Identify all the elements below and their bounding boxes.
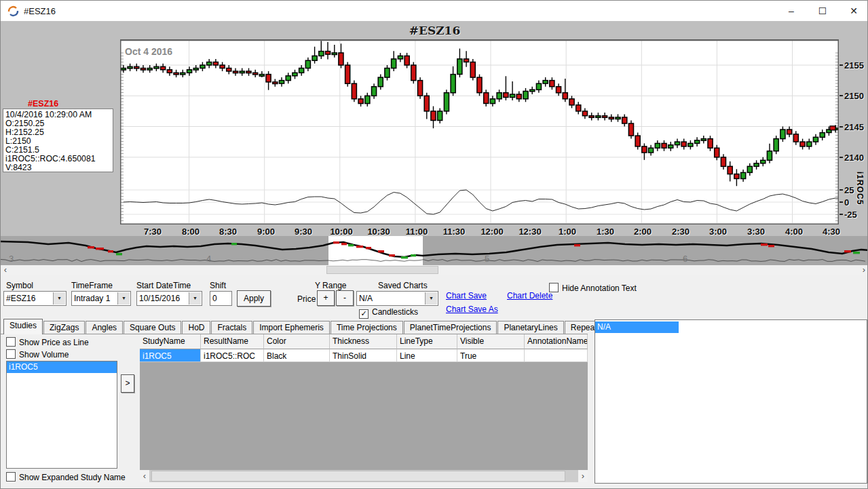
y-axis-tick — [839, 201, 843, 203]
table-horizontal-scrollbar[interactable]: ‹ › — [140, 470, 588, 482]
table-cell[interactable]: ThinSolid — [330, 349, 397, 362]
tab-studies[interactable]: Studies — [3, 319, 43, 334]
column-header-color[interactable]: Color — [264, 334, 330, 349]
symbol-select[interactable]: #ESZ16 ▼ — [3, 291, 67, 306]
title-bar: #ESZ16 – ☐ ✕ — [1, 1, 867, 21]
hide-annotation-checkbox[interactable]: Hide Annotation Text — [549, 283, 637, 293]
maximize-button[interactable]: ☐ — [807, 1, 838, 21]
study-list-item[interactable]: i1ROC5 — [7, 361, 117, 373]
tab-planetarylines[interactable]: PlanetaryLines — [497, 321, 563, 334]
shift-label: Shift — [210, 281, 226, 290]
saved-charts-select[interactable]: N/A ▼ — [356, 291, 438, 306]
study-listbox[interactable]: i1ROC5 — [6, 361, 117, 469]
navigator-day-label: 6 — [683, 254, 687, 264]
chart-save-link[interactable]: Chart Save — [446, 291, 487, 300]
y-axis-tick — [839, 64, 843, 66]
chart-title: #ESZ16 — [1, 24, 868, 37]
annotation-listbox[interactable]: N/A — [595, 319, 867, 484]
app-window: #ESZ16 – ☐ ✕ #ESZ16 Oct 4 2016 #ESZ16 10… — [0, 0, 868, 489]
checkbox-unchecked-icon[interactable] — [6, 349, 16, 359]
scroll-left-icon[interactable]: ‹ — [1, 265, 10, 275]
minimize-button[interactable]: – — [776, 1, 807, 21]
tab-hod[interactable]: HoD — [182, 321, 210, 334]
y-axis-tick — [839, 214, 843, 215]
chevron-down-icon[interactable]: ▼ — [53, 292, 65, 305]
tab-planettimeprojections[interactable]: PlanetTimeProjections — [404, 321, 497, 334]
scroll-right-icon[interactable]: › — [859, 265, 868, 275]
plot-background — [120, 39, 839, 224]
table-cell[interactable] — [525, 349, 588, 362]
timeframe-label: TimeFrame — [71, 281, 113, 290]
chevron-down-icon[interactable]: ▼ — [189, 292, 201, 305]
close-button[interactable]: ✕ — [838, 1, 868, 21]
timeframe-select[interactable]: Intraday 1 ▼ — [71, 291, 131, 306]
show-volume-checkbox[interactable]: Show Volume — [6, 349, 69, 359]
scrollbar-thumb[interactable] — [151, 471, 565, 482]
x-axis-label: 1:30 — [592, 227, 619, 237]
navigator-day-label: 4 — [206, 254, 211, 264]
chart-save-as-link[interactable]: Chart Save As — [446, 305, 498, 314]
candlesticks-checkbox[interactable]: ✓Candlesticks — [359, 307, 418, 319]
yrange-minus-button[interactable]: - — [336, 290, 354, 306]
x-axis-label: 12:00 — [478, 227, 506, 237]
scrollbar-thumb[interactable] — [326, 266, 438, 274]
price-tick-label: 2140 — [844, 153, 864, 163]
add-study-button[interactable]: > — [121, 374, 134, 393]
x-axis-label: 2:30 — [667, 227, 694, 237]
candlestick-plot[interactable] — [120, 39, 839, 224]
x-axis-label: 11:00 — [403, 227, 430, 237]
table-cell[interactable]: i1ROC5 — [140, 349, 201, 362]
show-price-as-line-checkbox[interactable]: Show Price as Line — [6, 337, 89, 347]
column-header-resultname[interactable]: ResultName — [201, 334, 264, 349]
tab-strip: StudiesZigZagsAnglesSquare OutsHoDFracta… — [3, 320, 604, 334]
checkbox-unchecked-icon[interactable] — [6, 472, 16, 482]
show-expanded-study-name-checkbox[interactable]: Show Expanded Study Name — [6, 472, 126, 482]
yrange-plus-button[interactable]: + — [317, 290, 335, 306]
table-cell[interactable]: Line — [397, 349, 457, 362]
navigator-day-label: 3 — [9, 254, 14, 264]
x-axis-label: 10:00 — [328, 227, 355, 237]
table-cell[interactable]: Black — [264, 349, 330, 362]
column-header-studyname[interactable]: StudyName — [140, 334, 201, 349]
price-tick-label: 2150 — [844, 91, 864, 101]
tab-square-outs[interactable]: Square Outs — [124, 321, 181, 334]
tab-import-ephemeris[interactable]: Import Ephemeris — [253, 321, 330, 334]
checkbox-unchecked-icon[interactable] — [6, 337, 16, 347]
chevron-down-icon[interactable]: ▼ — [425, 292, 437, 305]
checkbox-checked-icon[interactable]: ✓ — [359, 309, 369, 319]
apply-button[interactable]: Apply — [237, 290, 271, 307]
chart-navigator[interactable]: 3456 — [1, 236, 868, 265]
checkbox-unchecked-icon[interactable] — [549, 283, 559, 292]
x-axis-label: 9:30 — [290, 227, 317, 237]
table-cell[interactable]: True — [457, 349, 525, 362]
tab-time-projections[interactable]: Time Projections — [331, 321, 403, 334]
column-header-visible[interactable]: Visible — [457, 334, 525, 349]
x-axis-label: 3:00 — [704, 227, 732, 237]
column-header-annotationname[interactable]: AnnotationName — [525, 334, 588, 349]
tab-angles[interactable]: Angles — [86, 321, 123, 334]
column-header-linetype[interactable]: LineType — [397, 334, 457, 349]
x-axis-label: 1:00 — [554, 227, 581, 237]
chart-horizontal-scrollbar[interactable]: ‹ › — [1, 265, 868, 275]
start-datetime-label: Start DateTime — [136, 281, 191, 290]
annotation-list-item[interactable]: N/A — [595, 321, 679, 333]
scroll-left-icon[interactable]: ‹ — [140, 470, 149, 482]
chevron-down-icon[interactable]: ▼ — [117, 292, 130, 305]
x-axis-label: 8:00 — [177, 227, 204, 237]
price-label: Price — [297, 294, 316, 304]
tab-fractals[interactable]: Fractals — [211, 321, 252, 334]
info-panel-symbol: #ESZ16 — [28, 99, 58, 109]
column-header-thickness[interactable]: Thickness — [330, 334, 397, 349]
oscillator-axis-label: i1ROC5 — [855, 172, 865, 205]
table-cell[interactable]: i1ROC5::ROC — [201, 349, 264, 362]
shift-input[interactable]: 0 — [210, 291, 232, 306]
tab-zigzags[interactable]: ZigZags — [43, 321, 85, 334]
chart-date-label: Oct 4 2016 — [125, 46, 172, 57]
scroll-right-icon[interactable]: › — [578, 470, 588, 482]
window-title: #ESZ16 — [24, 6, 56, 16]
chart-delete-link[interactable]: Chart Delete — [507, 291, 552, 300]
price-tick-label: 2155 — [844, 60, 864, 71]
x-axis-label: 10:30 — [365, 227, 392, 237]
x-axis-label: 7:30 — [139, 227, 166, 237]
start-datetime-select[interactable]: 10/15/2016 ▼ — [136, 291, 202, 306]
